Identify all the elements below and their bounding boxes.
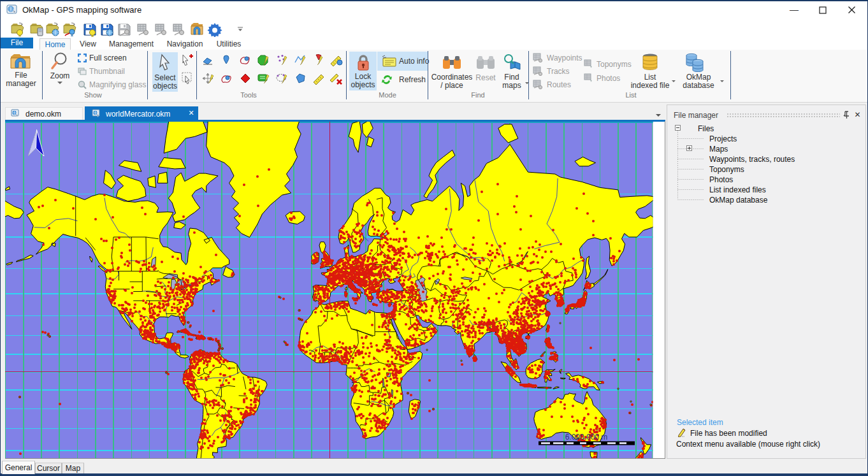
svg-text:6.000.000 m: 6.000.000 m xyxy=(565,433,608,442)
